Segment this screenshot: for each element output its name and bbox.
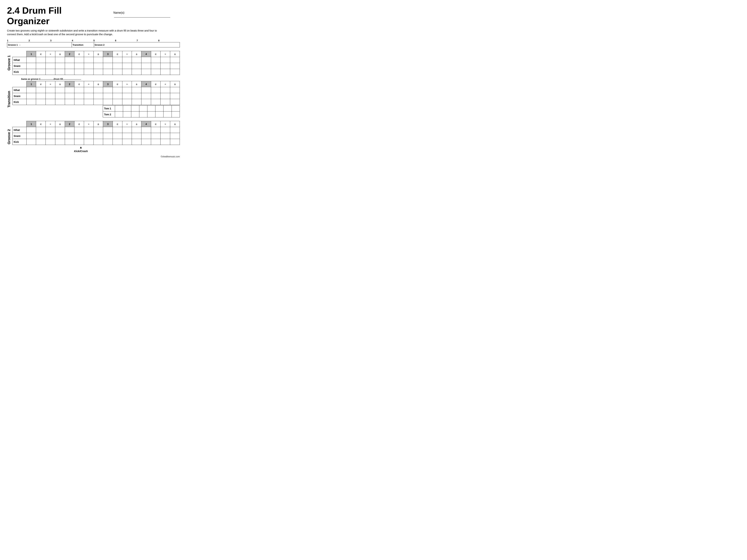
g2s-c4[interactable] [55,133,65,139]
ts-c7[interactable] [84,93,94,99]
g1s-c2[interactable] [36,63,46,69]
g2k-c16[interactable] [170,139,180,145]
ts-c4[interactable] [55,93,65,99]
th-c15[interactable] [160,87,170,93]
t1-c14[interactable] [155,106,163,111]
g2k-c9[interactable] [103,139,113,145]
t2-c14[interactable] [155,111,163,117]
g2k-c11[interactable] [122,139,132,145]
g2h-c5[interactable] [65,127,74,133]
ts-c8[interactable] [94,93,103,99]
g2k-c14[interactable] [151,139,160,145]
th-c4[interactable] [55,87,65,93]
g1k-c9[interactable] [103,69,113,75]
ts-c14[interactable] [151,93,160,99]
g2h-c11[interactable] [122,127,132,133]
g1k-c15[interactable] [160,69,170,75]
g1h-c4[interactable] [55,57,65,63]
tk-c15[interactable] [160,99,170,105]
g2s-c1[interactable] [26,133,36,139]
g1s-c12[interactable] [132,63,141,69]
th-c16[interactable] [170,87,180,93]
tk-c12[interactable] [132,99,141,105]
t1-c12[interactable] [139,106,147,111]
th-c8[interactable] [94,87,103,93]
t1-c10[interactable] [123,106,131,111]
g2k-c8[interactable] [94,139,103,145]
th-c11[interactable] [122,87,132,93]
th-c13[interactable] [141,87,151,93]
g2h-c13[interactable] [141,127,151,133]
th-c7[interactable] [84,87,94,93]
g1h-c2[interactable] [36,57,46,63]
ts-c6[interactable] [74,93,84,99]
g1k-c6[interactable] [74,69,84,75]
g2k-c3[interactable] [46,139,55,145]
g2h-c9[interactable] [103,127,113,133]
tk-c16[interactable] [170,99,180,105]
g1h-c3[interactable] [46,57,55,63]
t1-c11[interactable] [131,106,139,111]
g1s-c10[interactable] [112,63,122,69]
g1s-c8[interactable] [94,63,103,69]
g1k-c11[interactable] [122,69,132,75]
th-c14[interactable] [151,87,160,93]
g1k-c3[interactable] [46,69,55,75]
ts-c10[interactable] [112,93,122,99]
ts-c12[interactable] [132,93,141,99]
tk-c8[interactable] [94,99,103,105]
g2s-c15[interactable] [160,133,170,139]
g1s-c11[interactable] [122,63,132,69]
g2h-c6[interactable] [74,127,84,133]
g1k-c16[interactable] [170,69,180,75]
g1s-c9[interactable] [103,63,113,69]
g2s-c10[interactable] [112,133,122,139]
th-c3[interactable] [46,87,55,93]
g1k-c7[interactable] [84,69,94,75]
t1-c16[interactable] [172,106,180,111]
g1k-c14[interactable] [151,69,160,75]
g2h-c7[interactable] [84,127,94,133]
g2s-c11[interactable] [122,133,132,139]
tk-c14[interactable] [151,99,160,105]
g2k-c10[interactable] [112,139,122,145]
g1h-c6[interactable] [74,57,84,63]
g1s-c14[interactable] [151,63,160,69]
g1k-c8[interactable] [94,69,103,75]
tk-c5[interactable] [65,99,74,105]
g1s-c7[interactable] [84,63,94,69]
g2s-c2[interactable] [36,133,46,139]
g2h-c1[interactable] [26,127,36,133]
g1h-c8[interactable] [94,57,103,63]
t1-c15[interactable] [163,106,172,111]
t2-c11[interactable] [131,111,139,117]
g1s-c6[interactable] [74,63,84,69]
t2-c15[interactable] [163,111,172,117]
th-c2[interactable] [36,87,46,93]
g1h-c7[interactable] [84,57,94,63]
g2k-c12[interactable] [132,139,141,145]
ts-c5[interactable] [65,93,74,99]
tk-c1[interactable] [26,99,36,105]
tk-c4[interactable] [55,99,65,105]
g2s-c3[interactable] [46,133,55,139]
g2h-c8[interactable] [94,127,103,133]
g2s-c14[interactable] [151,133,160,139]
t2-c9[interactable] [115,111,123,117]
g1s-c16[interactable] [170,63,180,69]
tk-c2[interactable] [36,99,46,105]
g1k-c12[interactable] [132,69,141,75]
g1h-c11[interactable] [122,57,132,63]
g1k-c2[interactable] [36,69,46,75]
th-c9[interactable] [103,87,113,93]
g1s-c4[interactable] [55,63,65,69]
th-c1[interactable] [26,87,36,93]
g2k-c1[interactable] [26,139,36,145]
tk-c3[interactable] [46,99,55,105]
ts-c2[interactable] [36,93,46,99]
g1s-c3[interactable] [46,63,55,69]
ts-c3[interactable] [46,93,55,99]
g2h-c4[interactable] [55,127,65,133]
g2k-c6[interactable] [74,139,84,145]
g2k-c13[interactable] [141,139,151,145]
